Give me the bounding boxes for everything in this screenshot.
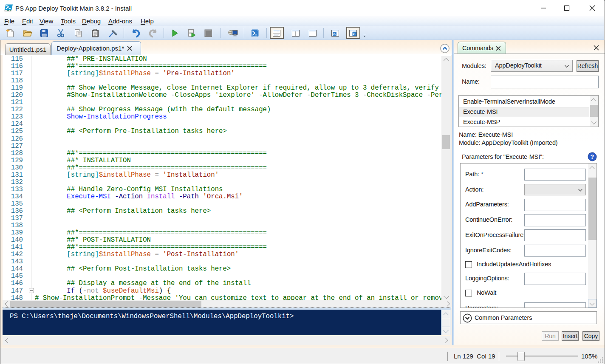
svg-text:?: ?: [591, 153, 594, 160]
